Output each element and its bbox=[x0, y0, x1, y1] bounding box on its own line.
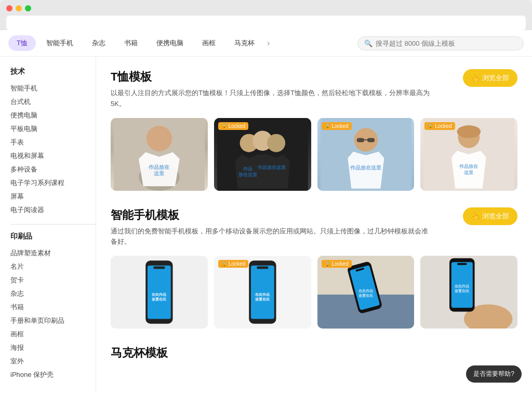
phone-browse-label: 浏览全部 bbox=[482, 212, 509, 221]
tshirt-card-1[interactable]: 作品放在 这里 bbox=[111, 118, 208, 191]
hand-icon-phone: 👆 bbox=[471, 212, 480, 220]
phone-card-4[interactable]: 在此作品 放置在此 bbox=[420, 256, 517, 329]
svg-rect-26 bbox=[153, 267, 165, 269]
phone-browse-all-button[interactable]: 👆 浏览全部 bbox=[463, 207, 517, 225]
sidebar-item-magazine[interactable]: 杂志 bbox=[10, 287, 96, 300]
phone-card-2[interactable]: 🔒 Locked 在此作品 放置在此 bbox=[214, 256, 311, 329]
phone-card-1[interactable]: 在此作品 放置在此 bbox=[111, 256, 208, 329]
svg-text:在此作品: 在此作品 bbox=[255, 292, 270, 296]
tshirt-section-header: T恤模板 以最引人注目的方式展示您的T恤模板！只须上传图像，选择T恤颜色，然后轻… bbox=[111, 69, 517, 118]
svg-text:这里: 这里 bbox=[154, 171, 164, 176]
sidebar-item-iphone-case[interactable]: iPhone 保护壳 bbox=[10, 368, 96, 382]
sidebar-item-branding[interactable]: 品牌塑造素材 bbox=[10, 246, 96, 260]
sidebar: 技术 智能手机 台式机 便携电脑 平板电脑 手表 电视和屏幕 多种设备 电子学习… bbox=[0, 57, 96, 393]
sidebar-item-poster[interactable]: 海报 bbox=[10, 341, 96, 355]
sidebar-item-multidevice[interactable]: 多种设备 bbox=[10, 163, 96, 176]
tshirt-card-4[interactable]: 🔒 Locked 作品放在 这里 bbox=[420, 118, 517, 191]
svg-text:在此作品: 在此作品 bbox=[455, 284, 470, 288]
tshirt-desc: 以最引人注目的方式展示您的T恤模板！只须上传图像，选择T恤颜色，然后轻松地下载模… bbox=[111, 88, 433, 110]
phone-desc: 通过我们的免费智能手机模板，用多个移动设备展示您的应用或网站。只须上传图像，过几… bbox=[111, 226, 433, 248]
sidebar-item-greeting[interactable]: 贺卡 bbox=[10, 273, 96, 287]
phone-grid: 在此作品 放置在此 🔒 Locked bbox=[111, 256, 517, 329]
nav-chevron-icon[interactable]: › bbox=[265, 38, 272, 48]
tshirt-browse-all-button[interactable]: 👆 浏览全部 bbox=[463, 69, 517, 87]
svg-text:作品放在这里: 作品放在这里 bbox=[257, 164, 286, 170]
sidebar-tech-title: 技术 bbox=[10, 67, 96, 76]
phone-title-desc: 智能手机模板 通过我们的免费智能手机模板，用多个移动设备展示您的应用或网站。只须… bbox=[111, 207, 433, 256]
tshirt-svg-1: 作品放在 这里 bbox=[111, 118, 208, 191]
tshirt-card-2-locked-label: Locked bbox=[229, 123, 245, 129]
tshirt-card-1-inner: 作品放在 这里 bbox=[111, 118, 208, 191]
sidebar-item-frames[interactable]: 画框 bbox=[10, 328, 96, 341]
maximize-button[interactable] bbox=[25, 5, 31, 11]
sidebar-item-laptop[interactable]: 便携电脑 bbox=[10, 109, 96, 122]
sidebar-item-books[interactable]: 书籍 bbox=[10, 300, 96, 314]
svg-rect-46 bbox=[457, 263, 467, 265]
phone-card-1-inner: 在此作品 放置在此 bbox=[111, 256, 208, 329]
tab-smartphone[interactable]: 智能手机 bbox=[38, 35, 82, 51]
tab-magazine[interactable]: 杂志 bbox=[84, 35, 114, 51]
tshirt-card-2[interactable]: 🔒 Locked 作品 放在这里 作品放 bbox=[214, 118, 311, 191]
lock-icon-6: 🔒 bbox=[325, 261, 330, 267]
sidebar-item-desktop[interactable]: 台式机 bbox=[10, 95, 96, 109]
sidebar-item-screen[interactable]: 屏幕 bbox=[10, 190, 96, 203]
tab-frame[interactable]: 画框 bbox=[194, 35, 224, 51]
sidebar-item-watch[interactable]: 手表 bbox=[10, 136, 96, 149]
tshirt-card-3[interactable]: 🔒 Locked 作品放在这里 bbox=[317, 118, 415, 191]
tshirt-title-desc: T恤模板 以最引人注目的方式展示您的T恤模板！只须上传图像，选择T恤颜色，然后轻… bbox=[111, 69, 433, 118]
sidebar-print-title: 印刷品 bbox=[10, 232, 96, 241]
tshirt-card-3-locked-label: Locked bbox=[332, 123, 349, 129]
tab-mug[interactable]: 马克杯 bbox=[226, 35, 263, 51]
sidebar-item-smartphone[interactable]: 智能手机 bbox=[10, 82, 96, 95]
tab-tshirt[interactable]: T恤 bbox=[8, 35, 36, 51]
sidebar-item-tablet[interactable]: 平板电脑 bbox=[10, 122, 96, 136]
phone-svg-1: 在此作品 放置在此 bbox=[111, 256, 208, 329]
sidebar-item-brochure[interactable]: 手册和单页印刷品 bbox=[10, 314, 96, 328]
svg-text:在此作品: 在此作品 bbox=[151, 292, 166, 296]
lock-icon-4: 🔒 bbox=[428, 123, 433, 128]
sidebar-item-outdoor[interactable]: 室外 bbox=[10, 355, 96, 368]
tshirt-card-4-locked-badge: 🔒 Locked bbox=[424, 122, 455, 130]
tshirt-card-4-locked-label: Locked bbox=[435, 123, 451, 129]
tab-book[interactable]: 书籍 bbox=[116, 35, 146, 51]
svg-rect-32 bbox=[257, 267, 268, 269]
svg-text:作品放在: 作品放在 bbox=[459, 164, 478, 169]
svg-text:这里: 这里 bbox=[464, 169, 474, 175]
content-area: 技术 智能手机 台式机 便携电脑 平板电脑 手表 电视和屏幕 多种设备 电子学习… bbox=[0, 57, 532, 393]
search-bar[interactable]: 🔍 bbox=[357, 36, 524, 50]
traffic-lights bbox=[6, 5, 526, 11]
svg-text:放置在此: 放置在此 bbox=[358, 294, 374, 298]
phone-card-2-locked-badge: 🔒 Locked bbox=[218, 260, 248, 268]
svg-text:在此作品: 在此作品 bbox=[358, 289, 373, 293]
main-content: T恤模板 以最引人注目的方式展示您的T恤模板！只须上传图像，选择T恤颜色，然后轻… bbox=[96, 57, 532, 393]
hand-icon: 👆 bbox=[471, 74, 480, 82]
phone-card-3-locked-label: Locked bbox=[332, 261, 349, 267]
address-bar[interactable] bbox=[6, 16, 526, 30]
svg-text:放置在此: 放置在此 bbox=[255, 297, 270, 302]
lock-icon-5: 🔒 bbox=[221, 261, 227, 267]
svg-text:放在这里: 放在这里 bbox=[238, 172, 257, 177]
sidebar-item-elearning[interactable]: 电子学习系列课程 bbox=[10, 176, 96, 190]
tshirt-card-3-locked-badge: 🔒 Locked bbox=[322, 122, 352, 130]
sidebar-item-businesscard[interactable]: 名片 bbox=[10, 260, 96, 273]
search-input[interactable] bbox=[376, 40, 517, 47]
minimize-button[interactable] bbox=[16, 5, 22, 11]
phone-title: 智能手机模板 bbox=[111, 207, 433, 223]
tshirt-title: T恤模板 bbox=[111, 69, 433, 85]
phone-card-3[interactable]: 🔒 Locked bbox=[317, 256, 415, 329]
lock-icon-3: 🔒 bbox=[325, 123, 330, 128]
sidebar-item-tv[interactable]: 电视和屏幕 bbox=[10, 149, 96, 163]
phone-section-header: 智能手机模板 通过我们的免费智能手机模板，用多个移动设备展示您的应用或网站。只须… bbox=[111, 207, 517, 256]
tab-laptop[interactable]: 便携电脑 bbox=[148, 35, 192, 51]
search-icon: 🔍 bbox=[364, 40, 373, 47]
close-button[interactable] bbox=[6, 5, 12, 11]
tshirt-grid: 作品放在 这里 🔒 Locked bbox=[111, 118, 517, 191]
sidebar-item-ereader[interactable]: 电子阅读器 bbox=[10, 203, 96, 217]
svg-point-8 bbox=[267, 134, 285, 152]
lock-icon-2: 🔒 bbox=[221, 123, 227, 128]
svg-point-20 bbox=[457, 125, 481, 138]
svg-text:作品放在: 作品放在 bbox=[148, 164, 169, 170]
svg-rect-15 bbox=[367, 138, 375, 142]
svg-text:作品放在这里: 作品放在这里 bbox=[350, 165, 381, 171]
help-button[interactable]: 是否需要帮助? bbox=[466, 365, 522, 383]
